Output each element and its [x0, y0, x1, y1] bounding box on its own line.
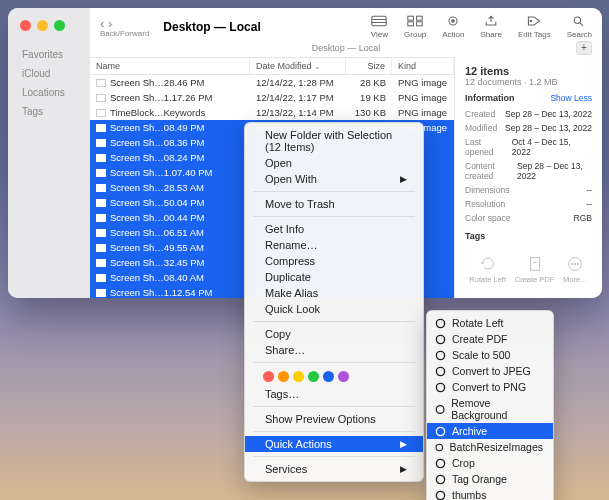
tag-color-dot[interactable]	[308, 371, 319, 382]
workflow-icon	[435, 442, 444, 453]
view-button[interactable]: View	[371, 14, 388, 39]
mi-compress[interactable]: Compress	[245, 253, 423, 269]
svg-point-26	[436, 459, 444, 467]
mi-rename[interactable]: Rename…	[245, 237, 423, 253]
svg-rect-0	[372, 16, 386, 26]
mi-quick-look[interactable]: Quick Look	[245, 301, 423, 317]
workflow-icon	[435, 318, 446, 329]
mi-duplicate[interactable]: Duplicate	[245, 269, 423, 285]
edit-tags-button[interactable]: Edit Tags	[518, 14, 551, 39]
file-icon	[96, 199, 106, 207]
column-headers: Name Date Modified ⌄ Size Kind	[90, 57, 454, 75]
info-row: Dimensions--	[465, 183, 592, 197]
qa-item[interactable]: Archive	[427, 423, 553, 439]
zoom-button[interactable]	[54, 20, 65, 31]
svg-point-16	[575, 263, 576, 264]
workflow-icon	[435, 426, 446, 437]
svg-point-10	[575, 17, 581, 23]
table-row[interactable]: Screen Sh…1.17.26 PM12/14/22, 1:17 PM19 …	[90, 90, 454, 105]
col-kind[interactable]: Kind	[392, 58, 454, 74]
mi-open[interactable]: Open	[245, 155, 423, 171]
svg-point-20	[436, 351, 444, 359]
context-menu: New Folder with Selection (12 Items) Ope…	[244, 122, 424, 482]
sidebar-item[interactable]: Tags	[8, 102, 90, 121]
qa-item[interactable]: Remove Background	[427, 395, 553, 423]
svg-rect-3	[408, 16, 414, 20]
svg-point-22	[436, 383, 444, 391]
share-button[interactable]: Share	[481, 14, 502, 39]
tag-color-dot[interactable]	[323, 371, 334, 382]
table-row[interactable]: Screen Sh…28.46 PM12/14/22, 1:28 PM28 KB…	[90, 75, 454, 90]
close-button[interactable]	[20, 20, 31, 31]
file-icon	[96, 109, 106, 117]
col-date[interactable]: Date Modified ⌄	[250, 58, 346, 74]
create-pdf-button[interactable]: Create PDF	[515, 255, 555, 284]
svg-point-27	[436, 475, 444, 483]
qa-item[interactable]: Convert to JPEG	[427, 363, 553, 379]
qa-item[interactable]: Crop	[427, 455, 553, 471]
sidebar-item[interactable]: Locations	[8, 83, 90, 102]
file-icon	[96, 139, 106, 147]
file-icon	[96, 214, 106, 222]
workflow-icon	[435, 474, 446, 485]
more-button[interactable]: More…	[563, 255, 588, 284]
workflow-icon	[435, 490, 446, 501]
tag-color-dot[interactable]	[338, 371, 349, 382]
qa-item[interactable]: Convert to PNG	[427, 379, 553, 395]
col-size[interactable]: Size	[346, 58, 392, 74]
info-row: Content createdSep 28 – Dec 13, 2022	[465, 159, 592, 183]
svg-point-9	[530, 20, 532, 22]
file-icon	[96, 244, 106, 252]
window-title: Desktop — Local	[157, 20, 362, 34]
qa-item[interactable]: Rotate Left	[427, 315, 553, 331]
mi-alias[interactable]: Make Alias	[245, 285, 423, 301]
window-controls	[8, 20, 90, 45]
mi-preview-opts[interactable]: Show Preview Options	[245, 411, 423, 427]
workflow-icon	[435, 404, 445, 415]
sidebar-item[interactable]: Favorites	[8, 45, 90, 64]
svg-rect-12	[530, 258, 539, 271]
svg-point-25	[436, 444, 442, 450]
info-row: CreatedSep 28 – Dec 13, 2022	[465, 107, 592, 121]
mi-share[interactable]: Share…	[245, 342, 423, 358]
minimize-button[interactable]	[37, 20, 48, 31]
qa-item[interactable]: Tag Orange	[427, 471, 553, 487]
tag-color-dot[interactable]	[263, 371, 274, 382]
workflow-icon	[435, 458, 446, 469]
group-button[interactable]: Group	[404, 14, 426, 39]
qa-item[interactable]: BatchResizeImages	[427, 439, 553, 455]
workflow-icon	[435, 350, 446, 361]
action-button[interactable]: Action	[442, 14, 464, 39]
add-button[interactable]: +	[576, 41, 592, 55]
info-row: ModifiedSep 28 – Dec 13, 2022	[465, 121, 592, 135]
table-row[interactable]: TimeBlock…Keywords12/13/22, 1:14 PM130 K…	[90, 105, 454, 120]
rotate-left-button[interactable]: Rotate Left	[469, 255, 506, 284]
sidebar: FavoritesiCloudLocationsTags	[8, 8, 90, 298]
tag-color-dot[interactable]	[293, 371, 304, 382]
mi-copy[interactable]: Copy	[245, 326, 423, 342]
mi-trash[interactable]: Move to Trash	[245, 196, 423, 212]
mi-quick-actions[interactable]: Quick Actions▶	[245, 436, 423, 452]
qa-item[interactable]: Scale to 500	[427, 347, 553, 363]
toolbar: ‹ › Back/Forward Desktop — Local View Gr…	[90, 8, 602, 41]
svg-point-23	[436, 405, 444, 413]
tag-color-dot[interactable]	[278, 371, 289, 382]
mi-open-with[interactable]: Open With▶	[245, 171, 423, 187]
workflow-icon	[435, 334, 446, 345]
sidebar-item[interactable]: iCloud	[8, 64, 90, 83]
info-row: Resolution--	[465, 197, 592, 211]
show-less-link[interactable]: Show Less	[550, 93, 592, 103]
qa-item[interactable]: thumbs	[427, 487, 553, 500]
qa-item[interactable]: Create PDF	[427, 331, 553, 347]
mi-new-folder[interactable]: New Folder with Selection (12 Items)	[245, 127, 423, 155]
mi-get-info[interactable]: Get Info	[245, 221, 423, 237]
file-icon	[96, 94, 106, 102]
mi-tags[interactable]: Tags…	[245, 386, 423, 402]
search-button[interactable]: Search	[567, 14, 592, 39]
nav-back-forward[interactable]: ‹ › Back/Forward	[100, 16, 149, 38]
mi-services[interactable]: Services▶	[245, 461, 423, 477]
info-row: Last openedOct 4 – Dec 15, 2022	[465, 135, 592, 159]
file-icon	[96, 124, 106, 132]
col-name[interactable]: Name	[90, 58, 250, 74]
svg-rect-5	[408, 22, 414, 26]
